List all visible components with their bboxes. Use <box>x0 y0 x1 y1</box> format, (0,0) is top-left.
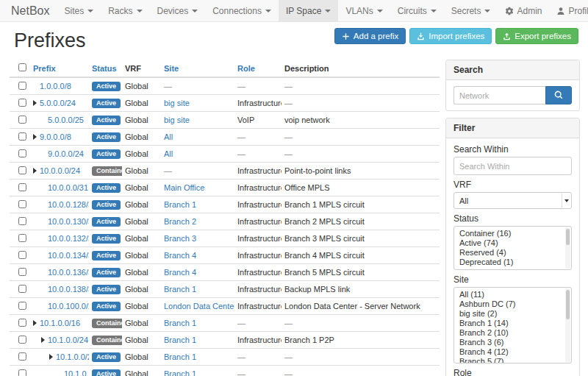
row-checkbox[interactable] <box>18 352 26 361</box>
search-button[interactable] <box>545 86 572 104</box>
cell-role: — <box>234 315 282 332</box>
nav-item-connections[interactable]: Connections <box>205 0 279 21</box>
description-value: Branch 1 P2P <box>284 336 334 344</box>
column-sort-link[interactable]: Status <box>92 64 117 73</box>
nav-item-vlans[interactable]: VLANs <box>338 0 390 21</box>
site-link[interactable]: Branch 1 <box>164 285 196 294</box>
row-checkbox[interactable] <box>18 149 26 157</box>
prefix-link[interactable]: 10.1.0.0/25 <box>56 352 89 361</box>
prefix-link[interactable]: 5.0.0.0/25 <box>48 116 84 124</box>
prefix-link[interactable]: 1.0.0.0/8 <box>40 82 71 91</box>
row-checkbox[interactable] <box>18 369 26 376</box>
prefix-link[interactable]: 10.1.0.0/16 <box>40 319 80 327</box>
listbox-option[interactable]: Branch 5 (7) <box>454 357 571 363</box>
prefix-link[interactable]: 10.0.0.128/31 <box>48 200 89 209</box>
brand-netbox[interactable]: NetBox <box>10 0 57 21</box>
listbox-option[interactable]: Deprecated (1) <box>454 258 571 267</box>
row-checkbox[interactable] <box>18 82 26 90</box>
prefix-link[interactable]: 10.0.0.138/31 <box>48 285 89 294</box>
nav-item-circuits[interactable]: Circuits <box>390 0 444 21</box>
row-checkbox[interactable] <box>18 200 26 208</box>
nav-item-sites[interactable]: Sites <box>57 0 101 21</box>
row-checkbox[interactable] <box>18 268 26 276</box>
site-link[interactable]: All <box>164 149 173 158</box>
cell-description: London Data Center - Server Network <box>282 298 440 315</box>
search-input[interactable] <box>453 86 545 104</box>
scrollbar-thumb[interactable] <box>566 229 570 245</box>
prefix-link[interactable]: 10.0.100.0/24 <box>48 302 89 311</box>
site-link[interactable]: big site <box>164 99 190 107</box>
listbox-option[interactable]: Active (74) <box>454 238 571 248</box>
listbox-option[interactable]: Branch 1 (14) <box>454 319 571 328</box>
row-checkbox[interactable] <box>18 302 26 310</box>
import-icon <box>417 32 425 40</box>
description-value: — <box>284 369 293 376</box>
listbox-option[interactable]: Branch 3 (6) <box>454 338 571 347</box>
nav-item-admin[interactable]: Admin <box>498 0 549 21</box>
listbox-option[interactable]: All (11) <box>454 290 571 299</box>
table-row: 9.0.0.0/8ActiveGlobalAll—— <box>10 129 440 146</box>
listbox-option[interactable]: Branch 2 (10) <box>454 328 571 338</box>
site-link[interactable]: Main Office <box>164 183 204 192</box>
status-listbox[interactable]: Container (16)Active (74)Reserved (4)Dep… <box>453 226 572 270</box>
search-within-input[interactable] <box>453 157 572 175</box>
prefix-link[interactable]: 5.0.0.0/24 <box>40 99 76 107</box>
import-prefixes-button[interactable]: Import prefixes <box>409 28 492 44</box>
prefix-link[interactable]: 9.0.0.0/24 <box>48 149 84 158</box>
site-listbox[interactable]: All (11)Ashburn DC (7)big site (2)Branch… <box>453 287 572 363</box>
column-sort-link[interactable]: Role <box>237 64 255 73</box>
site-link[interactable]: big site <box>164 116 190 124</box>
vrf-select[interactable]: All <box>453 192 572 209</box>
listbox-option[interactable]: Ashburn DC (7) <box>454 299 571 309</box>
site-link[interactable]: Branch 1 <box>164 336 196 344</box>
add-a-prefix-button[interactable]: Add a prefix <box>334 28 406 44</box>
row-checkbox[interactable] <box>18 336 26 344</box>
site-link[interactable]: All <box>164 132 173 141</box>
site-link[interactable]: Branch 1 <box>164 352 196 361</box>
nav-item-profile[interactable]: Profile <box>549 0 588 21</box>
row-checkbox[interactable] <box>18 285 26 293</box>
prefix-link[interactable]: 10.0.0.130/31 <box>48 217 89 226</box>
select-all-checkbox[interactable] <box>18 63 26 71</box>
column-sort-link[interactable]: Site <box>164 64 179 73</box>
site-link[interactable]: Branch 1 <box>164 200 196 209</box>
site-link[interactable]: Branch 1 <box>164 369 196 376</box>
prefix-link[interactable]: 10.0.0.0/31 <box>48 183 88 192</box>
prefix-link[interactable]: 10.0.0.0/24 <box>40 166 80 175</box>
row-checkbox[interactable] <box>18 234 26 242</box>
prefix-link[interactable]: 10.1.0.0/24 <box>48 336 88 344</box>
row-checkbox[interactable] <box>18 319 26 327</box>
site-link[interactable]: Branch 1 <box>164 319 196 327</box>
nav-item-ip-space[interactable]: IP Space <box>279 0 338 21</box>
row-checkbox[interactable] <box>18 132 26 141</box>
cell-prefix: 10.0.0.0/24 <box>30 163 89 180</box>
nav-item-racks[interactable]: Racks <box>101 0 149 21</box>
site-link[interactable]: Branch 4 <box>164 268 196 277</box>
row-checkbox[interactable] <box>18 217 26 225</box>
caret-down-icon <box>431 10 437 13</box>
nav-item-devices[interactable]: Devices <box>150 0 206 21</box>
site-link[interactable]: Branch 3 <box>164 234 196 243</box>
listbox-option[interactable]: Container (16) <box>454 229 571 238</box>
site-link[interactable]: London Data Center <box>164 302 234 311</box>
row-checkbox[interactable] <box>18 99 26 107</box>
column-sort-link[interactable]: Prefix <box>33 64 56 73</box>
export-prefixes-button[interactable]: Export prefixes <box>495 28 578 44</box>
scrollbar-thumb[interactable] <box>566 290 570 319</box>
row-checkbox[interactable] <box>18 166 26 174</box>
listbox-option[interactable]: big site (2) <box>454 309 571 319</box>
row-checkbox[interactable] <box>18 251 26 259</box>
site-link[interactable]: Branch 2 <box>164 217 196 226</box>
filter-panel-title: Filter <box>446 118 579 138</box>
row-checkbox[interactable] <box>18 116 26 124</box>
listbox-option[interactable]: Branch 4 (12) <box>454 347 571 357</box>
site-link[interactable]: Branch 4 <box>164 251 196 260</box>
prefix-link[interactable]: 10.1.0.0/26 <box>64 369 89 376</box>
prefix-link[interactable]: 10.0.0.134/31 <box>48 251 89 260</box>
prefix-link[interactable]: 10.0.0.132/31 <box>48 234 89 243</box>
prefix-link[interactable]: 9.0.0.0/8 <box>40 132 71 141</box>
row-checkbox[interactable] <box>18 183 26 191</box>
nav-item-secrets[interactable]: Secrets <box>444 0 498 21</box>
listbox-option[interactable]: Reserved (4) <box>454 248 571 258</box>
prefix-link[interactable]: 10.0.0.136/31 <box>48 268 89 277</box>
